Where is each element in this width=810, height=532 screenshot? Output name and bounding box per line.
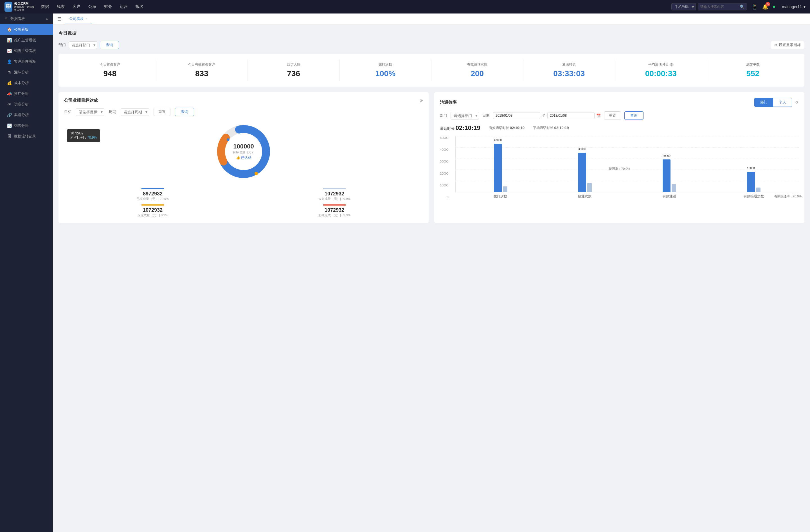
bar-effective-blue — [663, 160, 670, 192]
stat-label: 今日首咨客户 — [67, 62, 153, 67]
eff-query-button[interactable]: 查询 — [625, 111, 644, 120]
target-select[interactable]: 请选择目标 — [76, 108, 104, 116]
stat-value: 03:33:03 — [526, 69, 612, 78]
eff-reset-button[interactable]: 重置 — [604, 111, 621, 120]
eff-dept-label: 部门 — [440, 113, 447, 118]
eff-dept-select[interactable]: 请选择部门 — [451, 112, 479, 119]
sidebar-item-funnel[interactable]: ⚗ 漏斗分析 — [0, 67, 53, 78]
sidebar-item-channel[interactable]: 🔗 渠道分析 — [0, 110, 53, 120]
date-range: 至 📅 — [493, 112, 601, 119]
stat-value: 200 — [434, 69, 520, 78]
bar-eff-connect-blue — [747, 172, 755, 192]
stat-completed: 8972932 已完成量（元）| 70.9% — [64, 188, 241, 201]
eff-date-label: 日期 — [482, 113, 490, 118]
connect-rate-label: 接通率：70.9% — [609, 167, 630, 171]
efficiency-panel-header: 沟通效率 部门 个人 ⟳ — [440, 98, 799, 107]
x-label-effective: 有效通话 — [627, 194, 712, 199]
nav-item-sea[interactable]: 公海 — [88, 4, 96, 9]
sidebar-item-sales-board[interactable]: 📈 销售主管看板 — [0, 46, 53, 56]
stat-label: 平均通话时长 ? — [618, 62, 704, 67]
nav-item-customers[interactable]: 客户 — [72, 4, 80, 9]
tab-personal-button[interactable]: 个人 — [773, 98, 792, 106]
user-info[interactable]: manager11 ▾ — [782, 4, 806, 9]
date-to-input[interactable] — [547, 112, 595, 119]
tab-dept-button[interactable]: 部门 — [755, 98, 773, 106]
incomplete-bar — [323, 188, 346, 189]
sales-analysis-icon: 📉 — [7, 123, 12, 128]
menu-icon[interactable]: ☰ — [58, 16, 61, 22]
search-icon[interactable]: 🔍 — [740, 4, 744, 9]
sidebar-item-sales-analysis[interactable]: 📉 销售分析 — [0, 120, 53, 131]
effective-duration-stat: 有效通话时长 02:10:19 — [489, 126, 524, 131]
stat-card-effective-consult: 今日有效首咨客户 833 — [156, 59, 248, 81]
data-flow-icon: 🗄 — [7, 134, 12, 139]
stat-completed-value: 8972932 — [64, 191, 241, 197]
funnel-icon: ⚗ — [7, 70, 12, 74]
bar-connect-main: 35000 — [578, 153, 586, 192]
efficiency-refresh-icon[interactable]: ⟳ — [795, 100, 799, 105]
sidebar-item-data-flow[interactable]: 🗄 数据流转记录 — [0, 131, 53, 142]
bar-label-43000: 43000 — [494, 139, 502, 142]
sidebar-item-promotion-board[interactable]: 📊 推广主管看板 — [0, 35, 53, 46]
sidebar-section-header[interactable]: ⊞ 数据看板 ∧ — [0, 14, 53, 24]
sidebar-item-visitor[interactable]: 👁 访客分析 — [0, 99, 53, 110]
efficiency-panel: 沟通效率 部门 个人 ⟳ 部门 请选择部门 — [434, 92, 804, 223]
efficiency-filter: 部门 请选择部门 日期 至 📅 重置 查询 — [440, 111, 799, 120]
tab-company-board[interactable]: 公司看板 × — [65, 14, 92, 24]
bar-group-effective: 29000 — [627, 160, 712, 192]
stat-exceeded-label: 超额完成（元）| 89.9% — [246, 213, 423, 217]
today-query-button[interactable]: 查询 — [100, 41, 119, 49]
cost-icon: 💰 — [7, 81, 12, 85]
nav-item-leads[interactable]: 线索 — [57, 4, 65, 9]
sidebar-item-promotion[interactable]: 📣 推广分析 — [0, 88, 53, 99]
refresh-icon[interactable]: ⟳ — [420, 98, 423, 103]
stat-label: 有效通话次数 — [434, 62, 520, 67]
nav-item-signup[interactable]: 报名 — [135, 4, 143, 9]
sidebar-item-company-board[interactable]: 🏠 公司看板 — [0, 24, 53, 35]
settings-button[interactable]: ⚙ 设置显示指标 — [771, 41, 804, 49]
promotion-icon: 📣 — [7, 92, 12, 96]
nav-item-finance[interactable]: 财务 — [104, 4, 112, 9]
content-area: 今日数据 部门 请选择部门 查询 ⚙ 设置显示指标 — [53, 25, 810, 229]
chart-area: 43000 接通率：70.9% 35000 — [455, 136, 799, 192]
nav-items: 数据 线索 客户 公海 财务 运营 报名 — [41, 4, 671, 9]
effective-connect-rate-label: 有效接通率：70.9% — [774, 194, 801, 199]
perf-reset-button[interactable]: 重置 — [153, 108, 171, 116]
call-duration-value: 02:10:19 — [456, 124, 480, 131]
search-input[interactable] — [700, 5, 740, 9]
nav-search: 手机号码 🔍 — [671, 3, 747, 11]
bar-eff-connect-main: 18000 — [747, 172, 755, 192]
sidebar-item-cost[interactable]: 💰 成本分析 — [0, 78, 53, 88]
bar-eff-connect-gray — [756, 187, 761, 192]
stat-label: 拨打次数 — [343, 62, 428, 67]
sidebar-section-label: ⊞ 数据看板 — [4, 16, 25, 21]
sidebar-item-manager-board[interactable]: 👤 客户经理看板 — [0, 56, 53, 67]
tooltip-value: 1072932 — [70, 131, 97, 135]
stat-should-value: 1072932 — [64, 207, 241, 213]
stat-card-duration: 通话时长 03:33:03 — [523, 59, 615, 81]
x-axis-labels: 拨打次数 接通次数 有效通话 有效接通次数 — [455, 192, 799, 199]
period-select[interactable]: 请选择周期 — [121, 108, 149, 116]
nav-item-ops[interactable]: 运营 — [120, 4, 128, 9]
date-from-input[interactable] — [493, 112, 540, 119]
username: manager11 — [782, 4, 802, 9]
manager-board-icon: 👤 — [7, 59, 12, 64]
search-type-select[interactable]: 手机号码 — [671, 3, 696, 11]
bar-dial-gray — [503, 186, 507, 192]
visitor-icon: 👁 — [7, 102, 12, 106]
y-label-0: 0 — [447, 196, 448, 199]
stat-value: 948 — [67, 69, 153, 78]
dept-select[interactable]: 请选择部门 — [69, 41, 97, 49]
bar-effective-main: 29000 — [663, 160, 670, 192]
tooltip-percent: 70.9% — [87, 135, 97, 139]
mobile-icon[interactable]: 📱 — [751, 4, 758, 10]
calendar-icon[interactable]: 📅 — [596, 114, 601, 118]
perf-query-button[interactable]: 查询 — [175, 108, 194, 116]
notification-icon[interactable]: 🔔 5 — [762, 4, 768, 10]
call-duration-stat: 通话时长 02:10:19 — [440, 124, 480, 132]
stat-exceeded-value: 1072932 — [246, 207, 423, 213]
bar-group-dial: 43000 — [458, 144, 543, 192]
efficiency-title: 沟通效率 — [440, 100, 457, 105]
tab-close-icon[interactable]: × — [85, 17, 87, 20]
nav-item-data[interactable]: 数据 — [41, 4, 49, 9]
